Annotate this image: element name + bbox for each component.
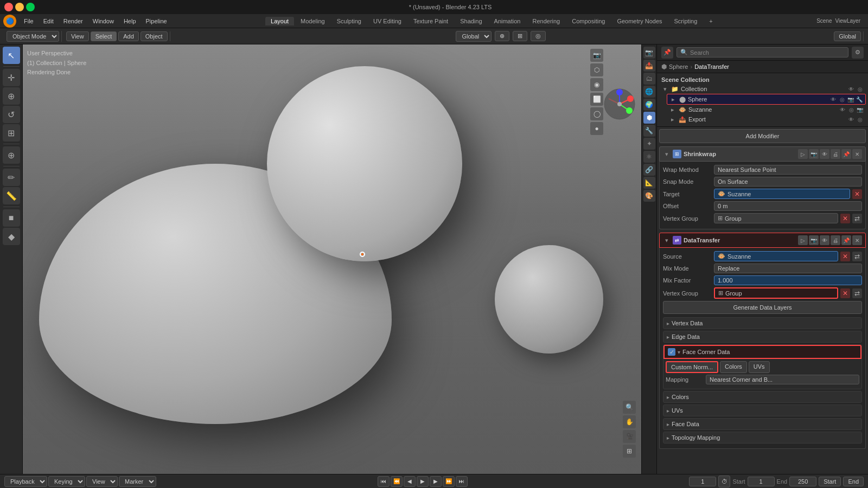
sphere-sel[interactable]: ◎: [838, 95, 846, 103]
start-btn[interactable]: Start: [819, 477, 841, 486]
prop-world[interactable]: 🌍: [643, 99, 655, 111]
sw-pin[interactable]: 📌: [841, 149, 851, 159]
prop-data[interactable]: 📐: [643, 177, 655, 189]
vp-material[interactable]: ◯: [590, 107, 603, 120]
dt-render[interactable]: 🖨: [831, 235, 840, 245]
colors-section[interactable]: ▸ Colors: [663, 391, 862, 403]
prop-output[interactable]: 📤: [643, 60, 655, 72]
mapping-value[interactable]: Nearest Corner and B...: [706, 375, 859, 384]
menu-file[interactable]: File: [20, 17, 38, 25]
dt-vg-x[interactable]: ✕: [840, 288, 850, 298]
playback-select[interactable]: Playback: [4, 476, 47, 487]
tool-scale[interactable]: ⊞: [3, 124, 20, 142]
search-box[interactable]: 🔍 Search: [676, 47, 848, 57]
col-vis-icon[interactable]: 👁: [847, 85, 855, 93]
exp-vis[interactable]: 👁: [847, 115, 855, 123]
play-begin[interactable]: ⏮: [378, 476, 390, 487]
face-corner-header[interactable]: ✓ ▾ Face Corner Data: [663, 345, 861, 359]
tab-add[interactable]: +: [704, 17, 718, 25]
prop-material[interactable]: 🎨: [643, 190, 655, 202]
add-menu[interactable]: Add: [118, 31, 139, 41]
proportional-btn[interactable]: ◎: [531, 31, 546, 41]
view-select[interactable]: View: [86, 476, 118, 487]
vp-pan-icon[interactable]: ✋: [623, 415, 636, 428]
vp-camera2-icon[interactable]: 🎥: [623, 430, 636, 443]
prop-constraints[interactable]: 🔗: [643, 164, 655, 176]
expand-export[interactable]: ▸: [669, 115, 676, 123]
tree-item-export[interactable]: ▸ 📤 Export 👁 ◎: [667, 114, 866, 124]
col-sel-icon[interactable]: ◎: [856, 85, 864, 93]
sphere-render[interactable]: 📷: [847, 95, 854, 103]
global-select[interactable]: Global: [456, 31, 492, 42]
sphere-vis[interactable]: 👁: [829, 95, 837, 103]
face-corner-checkbox[interactable]: ✓: [668, 348, 675, 356]
uvs-btn[interactable]: UVs: [749, 361, 770, 373]
prop-view-layer[interactable]: 🗂: [643, 73, 655, 85]
tool-add-cube[interactable]: ■: [3, 209, 20, 227]
generate-data-layers-btn[interactable]: Generate Data Layers: [663, 301, 862, 314]
tab-modeling[interactable]: Modeling: [295, 17, 330, 25]
tree-item-sphere[interactable]: ▸ ⬤ Sphere 👁 ◎ 📷 🔧: [667, 94, 866, 105]
dt-vg-value[interactable]: ⊞ Group: [714, 287, 838, 299]
sw-apply[interactable]: ▷: [798, 149, 808, 159]
snap-btn[interactable]: ⊞: [513, 31, 527, 41]
tool-measure[interactable]: 📏: [3, 187, 20, 204]
topology-mapping-section[interactable]: ▸ Topology Mapping: [663, 432, 862, 444]
start-frame-input[interactable]: [748, 477, 775, 486]
play-prev-frame[interactable]: ◀: [404, 476, 416, 487]
sw-vg-value[interactable]: ⊞ Group: [714, 213, 838, 223]
tool-move[interactable]: ⊕: [3, 87, 20, 105]
sw-render[interactable]: 🖨: [831, 149, 840, 159]
tool-annotate[interactable]: ✏: [3, 169, 20, 186]
frame-cache-btn[interactable]: ⏱: [718, 476, 730, 487]
menu-edit[interactable]: Edit: [39, 17, 58, 25]
tool-rotate[interactable]: ↺: [3, 106, 20, 123]
suz-render[interactable]: 📷: [856, 106, 864, 113]
play-end[interactable]: ⏭: [456, 476, 468, 487]
panel-pin[interactable]: 📌: [661, 47, 673, 59]
close-button[interactable]: [4, 3, 13, 11]
dt-expand[interactable]: ▾: [663, 236, 671, 244]
end-frame-input[interactable]: [789, 477, 816, 486]
custom-norm-btn[interactable]: Custom Norm...: [666, 361, 718, 373]
exp-sel[interactable]: ◎: [856, 115, 864, 123]
vp-zoom-icon[interactable]: 🔍: [623, 401, 636, 414]
view-menu[interactable]: View: [66, 31, 89, 41]
expand-collection[interactable]: ▾: [661, 85, 669, 93]
tab-rendering[interactable]: Rendering: [527, 17, 565, 25]
dt-source-value[interactable]: 🐵 Suzanne: [714, 251, 838, 261]
dt-mixmode-value[interactable]: Replace: [714, 264, 862, 273]
dt-source-arrow[interactable]: ⇄: [852, 252, 862, 261]
play-next[interactable]: ⏩: [443, 476, 455, 487]
suz-vis[interactable]: 👁: [839, 106, 846, 113]
tab-shading[interactable]: Shading: [455, 17, 487, 25]
vertex-data-section[interactable]: ▸ Vertex Data: [663, 317, 862, 329]
sw-close[interactable]: ✕: [852, 149, 862, 159]
sw-target-value[interactable]: 🐵 Suzanne: [714, 189, 850, 199]
maximize-button[interactable]: [26, 3, 35, 11]
menu-window[interactable]: Window: [88, 17, 118, 25]
vp-xray[interactable]: ⬜: [590, 93, 603, 106]
tab-geometry-nodes[interactable]: Geometry Nodes: [611, 17, 667, 25]
tab-texture-paint[interactable]: Texture Paint: [408, 17, 454, 25]
sw-snap-value[interactable]: On Surface: [714, 177, 862, 187]
expand-suzanne[interactable]: ▸: [669, 106, 676, 113]
menu-help[interactable]: Help: [119, 17, 141, 25]
play-next-frame[interactable]: ▶: [430, 476, 442, 487]
sw-vg-x[interactable]: ✕: [840, 214, 850, 223]
tab-sculpting[interactable]: Sculpting: [331, 17, 367, 25]
object-mode-select[interactable]: Object Mode: [7, 31, 59, 42]
minimize-button[interactable]: [15, 3, 24, 11]
face-data-section[interactable]: ▸ Face Data: [663, 418, 862, 430]
prop-render[interactable]: 📷: [643, 47, 655, 59]
vp-overlay[interactable]: ◉: [590, 78, 603, 91]
menu-render[interactable]: Render: [59, 17, 87, 25]
tab-layout[interactable]: Layout: [265, 17, 294, 25]
edge-data-section[interactable]: ▸ Edge Data: [663, 331, 862, 343]
sw-target-x[interactable]: ✕: [852, 189, 862, 199]
sw-camera[interactable]: 📷: [809, 149, 819, 159]
viewport[interactable]: User Perspective (1) Collection | Sphere…: [23, 44, 641, 474]
orientation-btn[interactable]: Global: [834, 31, 861, 41]
breadcrumb-sphere[interactable]: Sphere: [669, 63, 688, 70]
tree-item-suzanne[interactable]: ▸ 🐵 Suzanne 👁 ◎ 📷: [667, 105, 866, 114]
